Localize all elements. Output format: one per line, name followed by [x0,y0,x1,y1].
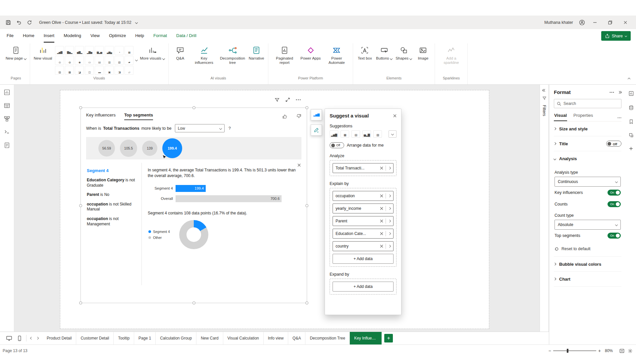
dax-query-view-icon[interactable] [3,128,11,136]
fit-to-page-icon[interactable] [619,349,624,353]
suggested-visual-icon-1[interactable]: ▂▅▇ [330,130,338,138]
new-page-button[interactable]: New page [4,43,28,61]
selection-handle[interactable] [305,301,308,304]
close-suggest-panel-icon[interactable] [393,114,397,117]
counts-toggle[interactable]: On [608,201,621,207]
suggested-visual-icon-5[interactable]: ▧ [373,130,382,138]
power-apps-button[interactable]: Power Apps [299,43,322,61]
selection-handle[interactable] [79,106,82,109]
thumbs-down-icon[interactable] [296,114,301,119]
next-page-icon[interactable] [36,337,38,339]
visual-type-icon-5[interactable]: ▆▂▅ [95,46,104,55]
page-tab-key-influencers[interactable]: Key Influencers [350,332,382,344]
top-segments-toggle[interactable]: On [608,233,621,239]
key-influencers-visual[interactable]: Key influencers Top segments When is Tot… [80,108,307,303]
undo-icon[interactable] [15,18,23,27]
report-view-icon[interactable] [3,89,11,96]
collapse-format-pane-icon[interactable] [618,91,621,93]
collapse-ribbon-icon[interactable] [628,76,630,81]
section-chart[interactable]: Chart [554,272,621,287]
add-page-button[interactable]: + [384,334,393,342]
arrange-data-toggle[interactable]: Off [330,142,344,148]
visual-type-icon-3[interactable]: ▅▇▂ [75,46,84,55]
data-pane-icon[interactable] [628,105,634,111]
menu-item-data-drill[interactable]: Data / Drill [176,29,196,43]
field-pill-country[interactable]: country [333,241,394,251]
focus-mode-icon[interactable] [285,97,290,102]
menu-item-file[interactable]: File [7,29,14,43]
field-options-chevron-icon[interactable] [388,220,391,222]
visual-type-icon-4[interactable]: ▂▇▅ [85,46,94,55]
menu-item-help[interactable]: Help [135,29,144,43]
visual-type-icon-17[interactable]: ▨ [55,66,64,75]
menu-item-format[interactable]: Format [153,29,167,43]
field-options-chevron-icon[interactable] [388,232,391,235]
suggested-visual-icon-3[interactable]: ▤ [351,130,360,138]
selection-handle[interactable] [305,204,308,207]
field-pill-yearly-income[interactable]: yearly_income [333,204,394,213]
image-button[interactable]: Image [413,43,433,61]
format-brush-button[interactable] [311,124,322,136]
page-tab-customer-detail[interactable]: Customer Detail [76,332,114,344]
add-sparkline-button[interactable]: Add a sparkline [437,43,465,65]
visual-type-icon-8[interactable]: ▦ [125,46,133,55]
visual-type-icon-19[interactable]: ◪ [75,66,84,75]
visual-type-icon-20[interactable]: ◫ [85,66,94,75]
visual-type-icon-21[interactable]: ▬ [95,66,104,75]
section-bubble-visual-colors[interactable]: Bubble visual colors [554,257,621,272]
selection-handle[interactable] [192,106,195,109]
format-tabs-overflow-icon[interactable] [617,117,621,121]
tab-visual[interactable]: Visual [554,113,567,121]
bookmarks-pane-icon[interactable] [629,119,634,124]
suggested-visual-icon-4[interactable]: ▅▂▇ [362,130,371,138]
tmdl-view-icon[interactable] [3,142,11,149]
decomposition-tree-button[interactable]: Decomposition tree [218,43,247,65]
remove-field-icon[interactable] [378,194,386,198]
page-tab-decomposition-tree[interactable]: Decomposition Tree [305,332,350,344]
menu-item-insert[interactable]: Insert [44,29,55,43]
suggest-visual-toggle-button[interactable]: ▂▅▇ [311,109,322,120]
title-dropdown-chevron-icon[interactable] [135,21,137,23]
selection-handle[interactable] [192,301,195,304]
settings-icon[interactable] [628,348,633,353]
refresh-icon[interactable] [25,18,34,27]
table-view-icon[interactable] [3,102,11,109]
selection-handle[interactable] [79,301,82,304]
zoom-slider[interactable] [553,350,596,351]
likelihood-dropdown[interactable]: Low [175,124,225,132]
qa-button[interactable]: Q&A [171,43,190,61]
page-tab-info-view[interactable]: Info view [264,332,288,344]
page-tab-new-card[interactable]: New Card [196,332,223,344]
remove-field-icon[interactable] [378,232,386,235]
field-pill-total-transacti[interactable]: Total Transacti... [333,163,394,173]
page-tab-product-detail[interactable]: Product Detail [42,332,76,344]
suggestion-gallery-dropdown-icon[interactable] [389,130,397,138]
visualizations-pane-icon[interactable] [628,91,634,96]
section-size-and-style[interactable]: Size and style [554,121,621,136]
key-influencers-toggle[interactable]: On [608,190,621,196]
tab-properties[interactable]: Properties [573,113,593,121]
help-icon[interactable]: ? [229,126,231,131]
restore-button[interactable] [604,18,617,27]
menu-item-modeling[interactable]: Modeling [64,29,81,43]
desktop-layout-icon[interactable] [6,336,12,341]
visual-type-icon-24[interactable]: ▱ [125,66,133,75]
visual-type-icon-16[interactable]: ▰ [125,56,133,65]
field-pill-parent[interactable]: Parent [333,216,394,226]
page-tab-page-1[interactable]: Page 1 [134,332,156,344]
save-icon[interactable] [4,18,13,27]
add-data-button-expand[interactable]: + Add data [333,282,394,292]
buttons-button[interactable]: Buttons [374,43,394,61]
report-canvas[interactable]: Key influencers Top segments When is Tot… [14,85,540,332]
new-visual-button[interactable]: New visual [32,43,54,61]
text-box-button[interactable]: Text box [355,43,374,61]
menu-item-view[interactable]: View [90,29,100,43]
selection-handle[interactable] [79,204,82,207]
selection-handle[interactable] [305,106,308,109]
zoom-slider-handle[interactable] [567,349,568,353]
key-influencers-button[interactable]: Key influencers [190,43,218,65]
field-options-chevron-icon[interactable] [388,207,391,210]
search-input[interactable] [563,101,618,106]
segment-bubble-105-5[interactable]: 105.5 [120,140,137,157]
account-icon[interactable] [578,18,586,27]
